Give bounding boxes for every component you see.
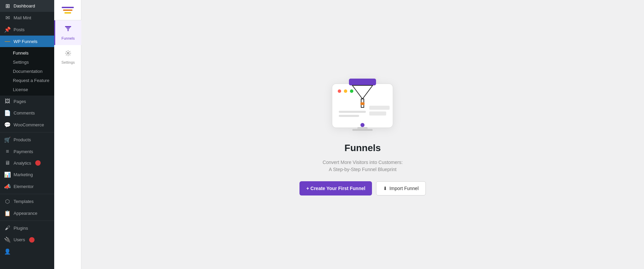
sidebar-item-payments[interactable]: 🖥 Analytics [0,157,54,169]
mail-icon: ✉ [4,15,11,21]
svg-rect-12 [369,106,390,110]
sidebar-item-templates[interactable]: 📋 Appearance [0,207,54,219]
svg-rect-4 [352,129,373,131]
sidebar-item-label: Products [14,137,31,142]
elementor-icon: ⬡ [4,198,11,205]
sidebar-item-label: Analytics [14,161,31,166]
svg-rect-8 [349,79,376,85]
products-icon: ≡ [4,148,11,154]
secondary-nav-settings-label: Settings [61,60,75,64]
woocommerce-icon: 🛒 [4,137,11,143]
sidebar-item-comments[interactable]: 💬 WooCommerce [0,119,54,131]
sidebar-item-elementor[interactable]: ⬡ Templates [0,195,54,207]
subtitle-line2: A Step-by-Step Funnel Blueprint [329,167,396,172]
submenu-item-request-feature[interactable]: Request a Feature [0,76,54,85]
pages-icon: 📄 [4,110,11,116]
sidebar-item-mail-mint[interactable]: ✉ Mail Mint [0,12,54,24]
import-funnel-button[interactable]: ⬇ Import Funnel [376,181,425,195]
svg-point-14 [360,123,365,127]
funnel-logo [62,7,74,14]
logo-bar-3 [64,12,71,14]
svg-rect-11 [339,115,359,117]
submenu-item-documentation[interactable]: Documentation [0,67,54,76]
sidebar-divider-3 [0,221,54,221]
sidebar-divider-2 [0,194,54,194]
sidebar-divider [0,132,54,132]
sidebar-item-label: Payments [14,149,33,154]
sidebar-item-plugins[interactable]: 🔌 Users [0,234,54,246]
sidebar-item-woocommerce[interactable]: 🛒 Products [0,134,54,146]
sidebar-item-label: Templates [14,199,34,204]
svg-rect-0 [65,26,71,27]
submenu-item-funnels[interactable]: Funnels [0,48,54,58]
import-icon: ⬇ [383,186,387,191]
sidebar-item-label: Plugins [14,226,28,231]
funnel-illustration [329,74,396,134]
svg-point-7 [350,89,353,93]
secondary-sidebar: Funnels Settings [54,0,81,269]
sidebar-item-label: Pages [14,99,26,104]
sidebar-item-label: Posts [14,27,25,32]
plugins-icon: 🔌 [4,236,11,243]
plugins-badge [29,237,35,243]
main-content: Funnels Convert More Visitors into Custo… [81,0,644,269]
svg-point-6 [344,89,347,93]
sidebar-item-wp-funnels[interactable]: — WP Funnels [0,36,54,47]
sidebar-item-marketing[interactable]: 📣 Elementor [0,181,54,192]
secondary-nav-funnels[interactable]: Funnels [54,20,81,45]
sidebar-item-label: Marketing [14,172,33,177]
sidebar-item-label: Appearance [14,211,37,216]
sidebar-item-label: Comments [14,110,35,116]
svg-rect-13 [369,111,386,116]
sidebar-item-label: Dashboard [14,3,35,8]
sidebar-item-label: WP Funnels [14,39,38,44]
appearance-icon: 🖌 [4,225,11,231]
sidebar-item-media[interactable]: 🖼 Pages [0,96,54,107]
empty-state-actions: + Create Your First Funnel ⬇ Import Funn… [299,181,426,195]
secondary-nav-funnels-label: Funnels [61,36,75,40]
wp-admin-sidebar: ⊞ Dashboard ✉ Mail Mint 📌 Posts — WP Fun… [0,0,54,269]
sidebar-item-label: Mail Mint [14,15,31,20]
payments-badge [35,160,41,166]
empty-state-subtitle: Convert More Visitors into Customers: A … [323,159,402,173]
sidebar-item-label: Users [14,237,25,242]
posts-icon: 📌 [4,26,11,33]
subtitle-line1: Convert More Visitors into Customers: [323,160,402,165]
wp-funnels-icon: — [4,38,11,44]
analytics-icon: 📊 [4,171,11,178]
funnels-icon [64,25,72,34]
submenu-item-license[interactable]: License [0,85,54,94]
secondary-nav-settings[interactable]: Settings [54,45,81,69]
sidebar-item-analytics[interactable]: 📊 Marketing [0,169,54,181]
users-icon: 👤 [4,248,11,255]
sidebar-item-dashboard[interactable]: ⊞ Dashboard [0,0,54,12]
logo-bar-1 [62,7,74,8]
svg-rect-9 [360,102,365,105]
svg-rect-10 [339,111,366,113]
svg-point-5 [338,89,341,93]
sidebar-item-products[interactable]: ≡ Payments [0,146,54,157]
wp-funnels-submenu: Funnels Settings Documentation Request a… [0,47,54,96]
create-first-funnel-button[interactable]: + Create Your First Funnel [299,181,372,195]
templates-icon: 📋 [4,210,11,216]
svg-point-1 [67,53,69,54]
sidebar-item-users[interactable]: 👤 [0,246,54,257]
payments-icon: 🖥 [4,160,11,166]
comments-icon: 💬 [4,122,11,128]
dashboard-icon: ⊞ [4,3,11,9]
logo-bar-2 [63,9,72,11]
sidebar-item-pages[interactable]: 📄 Comments [0,107,54,119]
sidebar-item-appearance[interactable]: 🖌 Plugins [0,222,54,234]
media-icon: 🖼 [4,98,11,104]
sidebar-item-label: WooCommerce [14,122,44,127]
settings-icon [65,50,71,58]
sidebar-item-label: Elementor [14,184,34,189]
marketing-icon: 📣 [4,183,11,190]
funnels-empty-state: Funnels Convert More Visitors into Custo… [299,74,426,195]
empty-state-heading: Funnels [345,143,381,153]
submenu-item-settings[interactable]: Settings [0,58,54,67]
sidebar-item-posts[interactable]: 📌 Posts [0,24,54,36]
import-funnel-label: Import Funnel [389,186,418,191]
secondary-sidebar-logo [54,0,81,20]
